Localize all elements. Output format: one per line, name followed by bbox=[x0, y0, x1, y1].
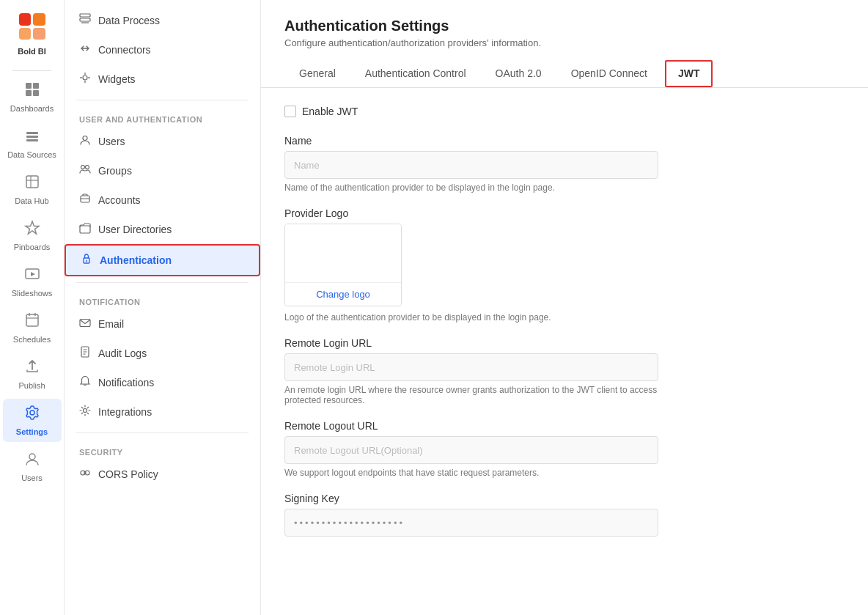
nav-notifications[interactable]: Notifications bbox=[65, 368, 260, 397]
signing-key-input[interactable] bbox=[284, 509, 658, 537]
nav-audit-logs[interactable]: Audit Logs bbox=[65, 339, 260, 368]
settings-icon bbox=[24, 405, 40, 424]
nav-user-directories-label: User Directories bbox=[98, 224, 172, 235]
nav-publish[interactable]: Publish bbox=[3, 353, 62, 396]
logo-hint: Logo of the authentication provider to b… bbox=[284, 312, 658, 323]
nav-audit-logs-label: Audit Logs bbox=[98, 347, 147, 359]
enable-jwt-checkbox[interactable] bbox=[284, 106, 296, 117]
nav-users[interactable]: Users bbox=[3, 445, 62, 488]
svg-rect-31 bbox=[80, 226, 90, 233]
tab-jwt[interactable]: JWT bbox=[665, 60, 713, 87]
nav-authentication[interactable]: Authentication bbox=[65, 244, 260, 276]
main-content: Authentication Settings Configure authen… bbox=[261, 0, 868, 615]
svg-point-26 bbox=[83, 136, 87, 141]
data-hub-icon bbox=[24, 174, 40, 194]
nav-sec-users[interactable]: Users bbox=[65, 127, 260, 156]
svg-rect-5 bbox=[26, 136, 38, 138]
groups-icon bbox=[79, 163, 91, 178]
nav-slideshows-label: Slideshows bbox=[12, 289, 53, 298]
section-divider-2 bbox=[76, 282, 249, 283]
data-sources-icon bbox=[24, 128, 40, 147]
nav-sec-users-label: Users bbox=[98, 136, 125, 147]
nav-settings[interactable]: Settings bbox=[3, 399, 62, 442]
svg-rect-7 bbox=[26, 176, 38, 188]
page-title: Authentication Settings bbox=[284, 18, 845, 34]
enable-jwt-row: Enable JWT bbox=[284, 106, 845, 117]
section-notification: NOTIFICATION bbox=[65, 289, 260, 309]
signing-key-label: Signing Key bbox=[284, 493, 845, 504]
name-label: Name bbox=[284, 135, 845, 147]
svg-rect-12 bbox=[26, 314, 38, 326]
nav-data-hub-label: Data Hub bbox=[15, 196, 48, 205]
svg-point-17 bbox=[29, 454, 35, 460]
nav-accounts-label: Accounts bbox=[98, 194, 141, 206]
svg-rect-2 bbox=[26, 90, 32, 96]
nav-cors-policy-label: CORS Policy bbox=[98, 468, 158, 480]
brand-logo[interactable] bbox=[15, 9, 50, 44]
tab-openid[interactable]: OpenID Connect bbox=[556, 60, 662, 88]
nav-groups[interactable]: Groups bbox=[65, 156, 260, 185]
schedules-icon bbox=[24, 312, 40, 332]
notifications-icon bbox=[79, 375, 91, 390]
nav-accounts[interactable]: Accounts bbox=[65, 185, 260, 215]
enable-jwt-label: Enable JWT bbox=[302, 106, 358, 117]
tab-auth-control[interactable]: Authentication Control bbox=[350, 60, 481, 88]
icon-nav: Bold BI Dashboards Data Sources Data Hub… bbox=[0, 0, 65, 615]
nav-data-hub[interactable]: Data Hub bbox=[3, 168, 62, 211]
main-header: Authentication Settings Configure authen… bbox=[261, 0, 868, 60]
user-directories-icon bbox=[79, 222, 91, 237]
svg-point-33 bbox=[86, 260, 87, 262]
nav-pinboards[interactable]: Pinboards bbox=[3, 214, 62, 257]
change-logo-button[interactable]: Change logo bbox=[285, 283, 401, 306]
section-divider-1 bbox=[76, 100, 249, 100]
svg-rect-4 bbox=[26, 132, 38, 134]
authentication-icon bbox=[81, 253, 92, 268]
integrations-icon bbox=[79, 405, 91, 419]
nav-groups-label: Groups bbox=[98, 165, 132, 177]
nav-schedules-label: Schedules bbox=[13, 335, 51, 344]
remote-login-input[interactable] bbox=[284, 353, 658, 381]
nav-notifications-label: Notifications bbox=[98, 377, 154, 388]
nav-widgets[interactable]: Widgets bbox=[65, 65, 260, 94]
nav-cors-policy[interactable]: CORS Policy bbox=[65, 460, 260, 489]
nav-email-label: Email bbox=[98, 318, 124, 330]
name-input[interactable] bbox=[284, 151, 658, 179]
nav-slideshows[interactable]: Slideshows bbox=[3, 260, 62, 303]
remote-logout-field-group: Remote Logout URL We support logout endp… bbox=[284, 420, 845, 478]
nav-dashboards[interactable]: Dashboards bbox=[3, 76, 62, 119]
nav-schedules[interactable]: Schedules bbox=[3, 306, 62, 350]
nav-connectors[interactable]: Connectors bbox=[65, 35, 260, 65]
logo-upload-box[interactable]: Change logo bbox=[284, 224, 402, 306]
svg-point-21 bbox=[83, 76, 87, 80]
svg-rect-3 bbox=[33, 90, 39, 96]
svg-point-28 bbox=[86, 166, 89, 169]
section-user-auth: USER AND AUTHENTICATION bbox=[65, 106, 260, 127]
svg-rect-19 bbox=[80, 18, 90, 21]
nav-email[interactable]: Email bbox=[65, 309, 260, 339]
remote-logout-input[interactable] bbox=[284, 436, 658, 464]
remote-login-label: Remote Login URL bbox=[284, 337, 845, 349]
data-process-icon bbox=[79, 13, 91, 28]
svg-rect-18 bbox=[80, 14, 90, 17]
nav-integrations[interactable]: Integrations bbox=[65, 397, 260, 427]
slideshows-icon bbox=[24, 266, 40, 286]
section-divider-3 bbox=[76, 432, 249, 433]
dashboards-icon bbox=[24, 81, 40, 101]
cors-policy-icon bbox=[79, 467, 91, 482]
tab-oauth2[interactable]: OAuth 2.0 bbox=[481, 60, 556, 88]
svg-point-39 bbox=[84, 409, 87, 413]
nav-data-sources[interactable]: Data Sources bbox=[3, 122, 62, 165]
tab-general[interactable]: General bbox=[284, 60, 350, 88]
second-nav: Data Process Connectors Widgets USER AND… bbox=[65, 0, 261, 615]
remote-login-hint: An remote login URL where the resource o… bbox=[284, 385, 658, 405]
name-field-group: Name Name of the authentication provider… bbox=[284, 135, 845, 193]
svg-rect-6 bbox=[26, 139, 38, 141]
pinboards-icon bbox=[24, 220, 40, 240]
audit-logs-icon bbox=[79, 346, 91, 361]
brand-name: Bold BI bbox=[18, 47, 46, 56]
nav-user-directories[interactable]: User Directories bbox=[65, 215, 260, 244]
name-hint: Name of the authentication provider to b… bbox=[284, 183, 658, 193]
nav-connectors-label: Connectors bbox=[98, 44, 151, 56]
nav-data-process[interactable]: Data Process bbox=[65, 6, 260, 35]
tabs-bar: General Authentication Control OAuth 2.0… bbox=[261, 60, 868, 88]
